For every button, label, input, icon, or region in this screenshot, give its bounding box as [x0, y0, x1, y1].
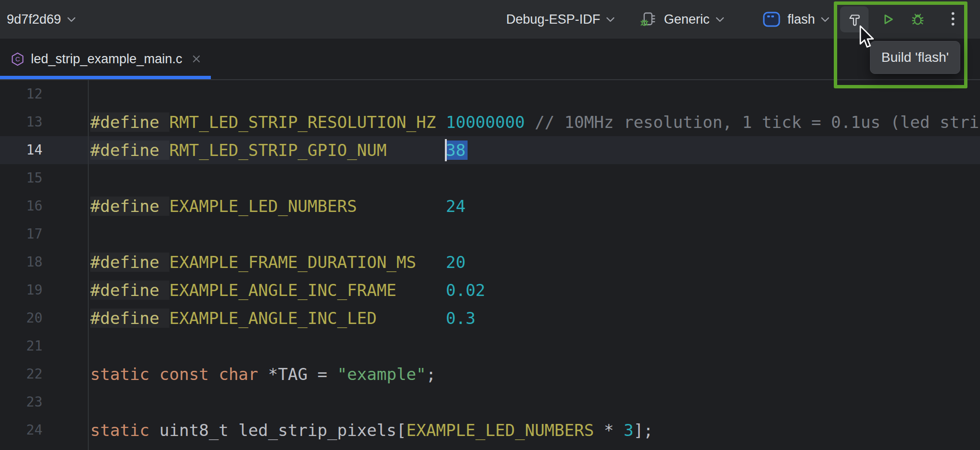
run-configuration-label: Debug-ESP-IDF [506, 12, 600, 27]
build-button[interactable] [840, 6, 869, 32]
code-token [209, 365, 219, 384]
code-line[interactable]: 21 [0, 332, 980, 360]
line-number[interactable]: 16 [0, 192, 89, 220]
code-text: #define EXAMPLE_ANGLE_INC_LED 0.3 [89, 304, 475, 332]
code-token [416, 253, 446, 272]
code-text [89, 164, 90, 192]
code-line[interactable]: 12 [0, 80, 980, 108]
ide-window: 9d7f2d69 Debug-ESP-IDF [0, 0, 980, 450]
code-line[interactable]: 17 [0, 220, 980, 248]
code-editor[interactable]: 1213#define RMT_LED_STRIP_RESOLUTION_HZ … [0, 80, 980, 450]
c-file-icon: C [11, 52, 25, 66]
code-token: 24 [446, 197, 466, 216]
code-text [89, 332, 90, 360]
line-number[interactable]: 24 [0, 416, 89, 444]
code-line[interactable]: 13#define RMT_LED_STRIP_RESOLUTION_HZ 10… [0, 108, 980, 136]
code-line[interactable]: 19#define EXAMPLE_ANGLE_INC_FRAME 0.02 [0, 276, 980, 304]
code-line[interactable]: 14#define RMT_LED_STRIP_GPIO_NUM 38 [0, 136, 980, 164]
code-token: uint8_t led_strip_pixels[ [150, 421, 406, 440]
build-target-label: flash [787, 12, 815, 27]
active-tab-underline [0, 76, 211, 79]
line-number[interactable]: 18 [0, 248, 89, 276]
code-line[interactable]: 16#define EXAMPLE_LED_NUMBERS 24 [0, 192, 980, 220]
code-text: static const char *TAG = "example"; [89, 360, 436, 388]
code-token: #define [90, 309, 169, 328]
main-toolbar: 9d7f2d69 Debug-ESP-IDF [0, 0, 980, 39]
code-token: "example" [337, 365, 426, 384]
code-token: ]; [634, 421, 653, 440]
line-number[interactable]: 25 [0, 444, 89, 450]
code-lines: 1213#define RMT_LED_STRIP_RESOLUTION_HZ … [0, 80, 980, 450]
tooltip-text: Build 'flash' [882, 50, 949, 65]
debug-bug-icon [909, 11, 926, 28]
code-token: #define [90, 281, 169, 300]
code-token: 10000000 [446, 112, 525, 132]
chevron-down-icon [716, 17, 724, 22]
line-number[interactable]: 14 [0, 136, 89, 164]
code-token: #define [90, 112, 169, 132]
code-text: static uint8_t led_strip_pixels[EXAMPLE_… [89, 416, 653, 444]
debug-target-selector[interactable]: Generic [640, 0, 724, 39]
code-token: EXAMPLE_ANGLE_INC_FRAME [169, 281, 397, 300]
line-number[interactable]: 19 [0, 276, 89, 304]
line-number[interactable]: 21 [0, 332, 89, 360]
code-token [150, 365, 159, 384]
editor-tab-bar: C led_strip_example_main.c [0, 39, 980, 80]
line-number[interactable]: 12 [0, 80, 89, 108]
code-token: #define [90, 141, 169, 160]
close-icon[interactable] [191, 54, 202, 64]
code-text [89, 444, 90, 450]
line-number[interactable]: 15 [0, 164, 89, 192]
build-tooltip: Build 'flash' [870, 41, 960, 74]
code-line[interactable]: 23 [0, 388, 980, 416]
line-number[interactable]: 23 [0, 388, 89, 416]
line-number[interactable]: 20 [0, 304, 89, 332]
code-line[interactable]: 22static const char *TAG = "example"; [0, 360, 980, 388]
code-token: 0.02 [446, 281, 485, 300]
code-text: #define RMT_LED_STRIP_RESOLUTION_HZ 1000… [89, 108, 980, 136]
code-token: EXAMPLE_LED_NUMBERS [169, 197, 357, 216]
kebab-menu-icon [951, 11, 955, 28]
code-line[interactable]: 25 [0, 444, 980, 450]
vcs-branch-widget[interactable]: 9d7f2d69 [7, 0, 76, 39]
tab-label: led_strip_example_main.c [31, 52, 182, 67]
code-text: #define EXAMPLE_ANGLE_INC_FRAME 0.02 [89, 276, 485, 304]
code-token: EXAMPLE_ANGLE_INC_LED [169, 309, 377, 328]
more-options-kebab-icon[interactable] [941, 6, 965, 32]
text-caret [445, 139, 447, 161]
line-number[interactable]: 22 [0, 360, 89, 388]
chevron-down-icon [821, 17, 829, 22]
code-token: 20 [446, 253, 466, 272]
code-token [525, 112, 535, 132]
debug-button[interactable] [906, 6, 929, 32]
line-number[interactable]: 17 [0, 220, 89, 248]
code-line[interactable]: 24static uint8_t led_strip_pixels[EXAMPL… [0, 416, 980, 444]
code-token [397, 281, 446, 300]
code-line[interactable]: 18#define EXAMPLE_FRAME_DURATION_MS 20 [0, 248, 980, 276]
code-token: 3 [623, 421, 633, 440]
code-text: #define RMT_LED_STRIP_GPIO_NUM 38 [89, 136, 468, 164]
code-text: #define EXAMPLE_LED_NUMBERS 24 [89, 192, 466, 220]
code-token: * [594, 421, 623, 440]
selected-text: 38 [446, 141, 468, 160]
code-text [89, 220, 90, 248]
code-line[interactable]: 20#define EXAMPLE_ANGLE_INC_LED 0.3 [0, 304, 980, 332]
line-number[interactable]: 13 [0, 108, 89, 136]
code-text [89, 80, 90, 108]
code-token: static [90, 365, 150, 384]
code-text: #define EXAMPLE_FRAME_DURATION_MS 20 [89, 248, 466, 276]
tab-led-strip-example-main[interactable]: C led_strip_example_main.c [0, 39, 211, 79]
code-token [377, 309, 446, 328]
build-target-selector[interactable]: flash [762, 0, 829, 39]
code-token: EXAMPLE_LED_NUMBERS [406, 421, 594, 440]
code-token: EXAMPLE_FRAME_DURATION_MS [169, 253, 416, 272]
code-token: RMT_LED_STRIP_GPIO_NUM [169, 141, 386, 160]
code-token: #define [90, 253, 169, 272]
code-token: *TAG = [258, 365, 337, 384]
run-button[interactable] [876, 6, 899, 32]
chevron-down-icon [67, 17, 76, 22]
code-token [357, 197, 446, 216]
code-line[interactable]: 15 [0, 164, 980, 192]
flash-target-icon [762, 11, 781, 28]
run-configuration-selector[interactable]: Debug-ESP-IDF [506, 0, 615, 39]
